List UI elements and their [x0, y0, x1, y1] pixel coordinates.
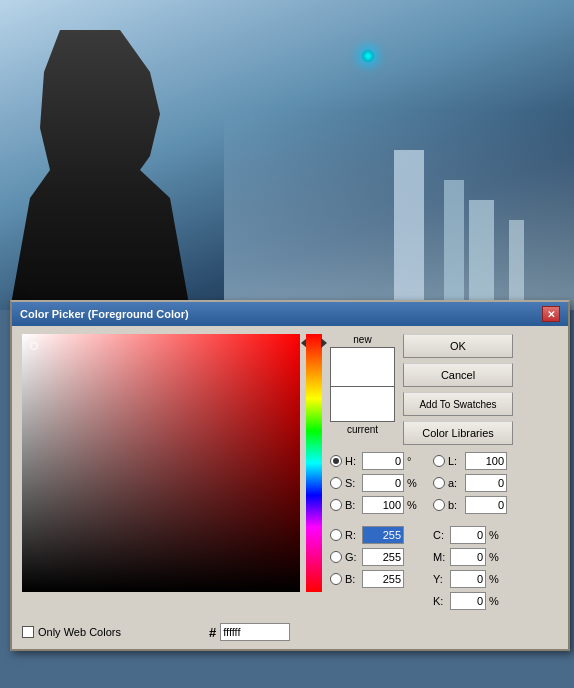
preview-and-buttons: new current OK Cancel Add To Swatches Co… — [330, 334, 558, 445]
only-web-colors-label: Only Web Colors — [38, 626, 121, 638]
b2-label: b: — [448, 499, 462, 511]
hue-arrow-right — [321, 338, 327, 348]
b-label: B: — [345, 499, 359, 511]
b2-radio[interactable] — [433, 499, 445, 511]
y-label: Y: — [433, 573, 447, 585]
l-radio[interactable] — [433, 455, 445, 467]
glowing-orb — [362, 50, 374, 62]
r-input[interactable] — [362, 526, 404, 544]
color-fields: H: ° S: % B: — [330, 451, 558, 611]
s-unit: % — [407, 477, 421, 489]
g-input[interactable] — [362, 548, 404, 566]
new-color-swatch — [330, 347, 395, 387]
h-unit: ° — [407, 455, 421, 467]
only-web-colors-checkbox[interactable] — [22, 626, 34, 638]
a-field-row: a: — [433, 473, 507, 493]
c-input[interactable] — [450, 526, 486, 544]
r-field-row: R: — [330, 525, 421, 545]
hex-row: # — [209, 623, 290, 641]
k-unit: % — [489, 595, 503, 607]
color-libraries-button[interactable]: Color Libraries — [403, 421, 513, 445]
s-input[interactable] — [362, 474, 404, 492]
web-colors-row: Only Web Colors — [22, 626, 121, 638]
building-1 — [394, 150, 424, 310]
m-label: M: — [433, 551, 447, 563]
h-label: H: — [345, 455, 359, 467]
hex-symbol: # — [209, 625, 216, 640]
b2-field-row: b: — [433, 495, 507, 515]
l-field-row: L: — [433, 451, 507, 471]
y-field-row: Y: % — [433, 569, 507, 589]
c-label: C: — [433, 529, 447, 541]
building-3 — [469, 200, 494, 310]
color-gradient-square[interactable] — [22, 334, 300, 592]
k-label: K: — [433, 595, 447, 607]
s-field-row: S: % — [330, 473, 421, 493]
g-field-row: G: — [330, 547, 421, 567]
cancel-button[interactable]: Cancel — [403, 363, 513, 387]
m-field-row: M: % — [433, 547, 507, 567]
c-unit: % — [489, 529, 503, 541]
r-radio[interactable] — [330, 529, 342, 541]
dialog-title: Color Picker (Foreground Color) — [20, 308, 189, 320]
separator — [330, 517, 421, 523]
color-picker-dialog: Color Picker (Foreground Color) ✕ — [10, 300, 570, 651]
m-unit: % — [489, 551, 503, 563]
blue-radio[interactable] — [330, 573, 342, 585]
hue-slider[interactable] — [306, 334, 322, 592]
a-input[interactable] — [465, 474, 507, 492]
h-radio[interactable] — [330, 455, 342, 467]
current-color-swatch — [330, 387, 395, 422]
b-field-row: B: % — [330, 495, 421, 515]
h-input[interactable] — [362, 452, 404, 470]
b-radio[interactable] — [330, 499, 342, 511]
hex-input[interactable] — [220, 623, 290, 641]
building-2 — [444, 180, 464, 310]
blue-label: B: — [345, 573, 359, 585]
city-background — [224, 110, 574, 310]
color-controls — [22, 334, 322, 611]
dialog-titlebar: Color Picker (Foreground Color) ✕ — [12, 302, 568, 326]
k-field-row: K: % — [433, 591, 507, 611]
blue-input[interactable] — [362, 570, 404, 588]
preview-area: new current — [330, 334, 395, 439]
dialog-footer: Only Web Colors # — [12, 615, 568, 649]
dialog-body: new current OK Cancel Add To Swatches Co… — [12, 326, 568, 615]
l-label: L: — [448, 455, 462, 467]
left-fields: H: ° S: % B: — [330, 451, 421, 611]
h-field-row: H: ° — [330, 451, 421, 471]
k-input[interactable] — [450, 592, 486, 610]
m-input[interactable] — [450, 548, 486, 566]
new-label: new — [353, 334, 371, 345]
background-image — [0, 0, 574, 310]
close-button[interactable]: ✕ — [542, 306, 560, 322]
b-unit: % — [407, 499, 421, 511]
a-label: a: — [448, 477, 462, 489]
ok-button[interactable]: OK — [403, 334, 513, 358]
r-label: R: — [345, 529, 359, 541]
b-input[interactable] — [362, 496, 404, 514]
current-label: current — [347, 424, 378, 435]
a-radio[interactable] — [433, 477, 445, 489]
side-controls: new current OK Cancel Add To Swatches Co… — [330, 334, 558, 611]
b2-input[interactable] — [465, 496, 507, 514]
c-field-row: C: % — [433, 525, 507, 545]
y-input[interactable] — [450, 570, 486, 588]
brightness-gradient — [22, 334, 300, 592]
building-4 — [509, 220, 524, 310]
y-unit: % — [489, 573, 503, 585]
s-radio[interactable] — [330, 477, 342, 489]
separator2 — [433, 517, 507, 523]
person-silhouette — [0, 30, 200, 310]
g-label: G: — [345, 551, 359, 563]
l-input[interactable] — [465, 452, 507, 470]
g-radio[interactable] — [330, 551, 342, 563]
s-label: S: — [345, 477, 359, 489]
add-to-swatches-button[interactable]: Add To Swatches — [403, 392, 513, 416]
right-fields: L: a: b: — [433, 451, 507, 611]
blue-field-row: B: — [330, 569, 421, 589]
buttons-column: OK Cancel Add To Swatches Color Librarie… — [403, 334, 513, 445]
